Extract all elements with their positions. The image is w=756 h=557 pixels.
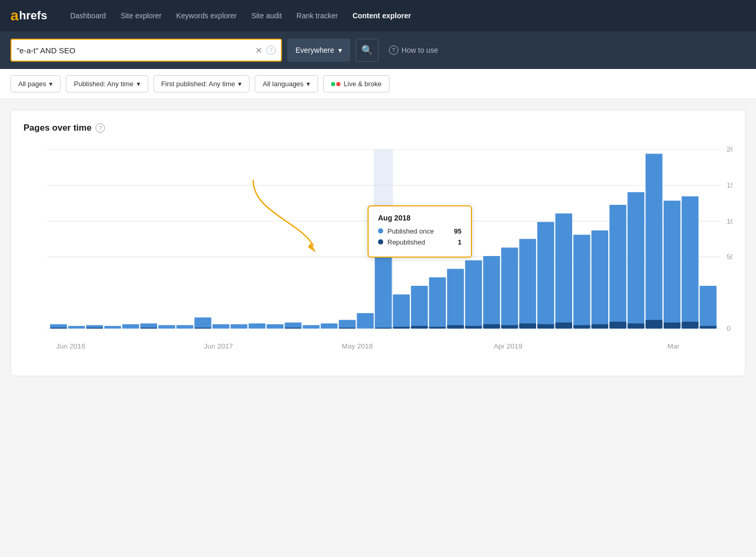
svg-rect-22	[194, 328, 211, 329]
nav-keywords-explorer[interactable]: Keywords explorer	[169, 0, 244, 31]
first-published-filter[interactable]: First published: Any time ▾	[153, 75, 250, 92]
svg-text:0: 0	[727, 324, 731, 332]
chart-help-icon[interactable]: ?	[96, 123, 105, 133]
svg-rect-48	[483, 324, 500, 329]
svg-rect-54	[537, 324, 554, 329]
svg-text:Mar: Mar	[667, 343, 680, 351]
search-icon: 🔍	[361, 44, 373, 56]
svg-rect-59	[592, 230, 608, 329]
red-dot-icon	[336, 82, 340, 86]
logo-hrefs-text: hrefs	[19, 9, 48, 22]
svg-rect-28	[285, 328, 301, 329]
svg-rect-35	[375, 248, 392, 329]
logo[interactable]: a hrefs	[10, 7, 47, 24]
nav-site-audit[interactable]: Site audit	[244, 0, 289, 31]
svg-rect-25	[249, 323, 265, 329]
nav-content-explorer[interactable]: Content explorer	[345, 0, 418, 31]
svg-rect-32	[339, 328, 356, 329]
svg-rect-67	[664, 201, 680, 329]
svg-rect-16	[122, 324, 139, 329]
everywhere-label: Everywhere	[296, 46, 334, 54]
svg-rect-33	[357, 313, 373, 328]
svg-text:May 2018: May 2018	[342, 343, 373, 351]
svg-rect-41	[429, 277, 446, 329]
svg-rect-14	[86, 328, 103, 329]
search-button[interactable]: 🔍	[356, 39, 379, 62]
chevron-down-icon: ▾	[238, 80, 242, 88]
all-pages-filter[interactable]: All pages ▾	[10, 75, 61, 92]
svg-rect-20	[176, 325, 193, 329]
chart-container: 200 150 100 50 0 Jun 2016 Jun 2017 May 2…	[23, 144, 733, 363]
svg-text:150: 150	[727, 181, 733, 189]
nav-dashboard[interactable]: Dashboard	[63, 0, 113, 31]
svg-rect-72	[700, 326, 716, 329]
svg-rect-57	[573, 235, 590, 328]
svg-rect-56	[556, 322, 572, 328]
main-content: Pages over time ? 200 150 100 50 0	[0, 99, 756, 387]
nav-site-explorer[interactable]: Site explorer	[113, 0, 169, 31]
svg-text:Jun 2016: Jun 2016	[56, 343, 86, 351]
all-languages-filter[interactable]: All languages ▾	[255, 75, 318, 92]
svg-text:200: 200	[727, 146, 733, 154]
live-broke-filter[interactable]: Live & broke	[323, 75, 389, 92]
svg-rect-42	[429, 327, 446, 328]
nav-rank-tracker[interactable]: Rank tracker	[289, 0, 345, 31]
svg-text:100: 100	[727, 217, 733, 225]
svg-rect-27	[285, 322, 301, 328]
svg-text:Jun 2017: Jun 2017	[204, 343, 233, 351]
all-pages-label: All pages	[18, 80, 46, 88]
svg-rect-11	[50, 328, 67, 329]
svg-rect-38	[393, 327, 410, 328]
live-broke-label: Live & broke	[344, 80, 381, 88]
everywhere-dropdown[interactable]: Everywhere ▾	[287, 39, 350, 62]
svg-rect-37	[393, 294, 410, 328]
svg-rect-64	[628, 323, 644, 329]
svg-rect-49	[501, 248, 518, 329]
svg-rect-24	[231, 324, 247, 329]
svg-rect-70	[682, 322, 699, 329]
svg-rect-60	[592, 324, 608, 329]
svg-rect-12	[68, 326, 85, 329]
published-filter[interactable]: Published: Any time ▾	[66, 75, 148, 92]
svg-rect-65	[645, 154, 662, 328]
svg-rect-55	[556, 213, 572, 328]
chart-svg: 200 150 100 50 0 Jun 2016 Jun 2017 May 2…	[23, 144, 733, 363]
svg-rect-71	[700, 286, 716, 329]
chart-title-row: Pages over time ?	[23, 123, 733, 133]
all-languages-label: All languages	[263, 80, 303, 88]
search-box[interactable]: ✕ ?	[10, 39, 282, 62]
svg-rect-31	[339, 320, 356, 328]
chevron-down-icon: ▾	[306, 80, 310, 88]
search-input[interactable]	[17, 46, 255, 55]
svg-text:Apr 2019: Apr 2019	[493, 343, 522, 351]
how-to-use[interactable]: ? How to use	[389, 45, 438, 55]
svg-rect-43	[447, 269, 464, 328]
svg-rect-23	[212, 324, 229, 329]
svg-rect-26	[267, 324, 284, 329]
svg-rect-18	[140, 328, 157, 329]
chevron-down-icon: ▾	[49, 80, 53, 88]
svg-rect-19	[158, 325, 175, 329]
filter-bar: All pages ▾ Published: Any time ▾ First …	[0, 69, 756, 99]
first-published-label: First published: Any time	[161, 80, 235, 88]
nav-links: Dashboard Site explorer Keywords explore…	[63, 0, 746, 31]
svg-rect-45	[465, 260, 482, 329]
svg-rect-40	[411, 326, 428, 329]
link-status-icon	[331, 82, 340, 86]
svg-rect-61	[609, 205, 626, 329]
svg-rect-52	[519, 323, 536, 329]
svg-rect-36	[375, 328, 392, 329]
svg-rect-53	[537, 222, 554, 329]
svg-rect-39	[411, 286, 428, 329]
svg-rect-44	[447, 325, 464, 329]
svg-rect-21	[194, 317, 211, 328]
help-icon: ?	[266, 45, 276, 55]
svg-text:50: 50	[727, 253, 733, 261]
svg-rect-50	[501, 325, 518, 329]
how-to-use-label: How to use	[401, 46, 438, 54]
green-dot-icon	[331, 82, 335, 86]
svg-rect-63	[628, 192, 644, 329]
search-help-button[interactable]: ?	[266, 45, 276, 55]
svg-rect-62	[609, 322, 626, 329]
clear-search-button[interactable]: ✕	[255, 45, 262, 55]
